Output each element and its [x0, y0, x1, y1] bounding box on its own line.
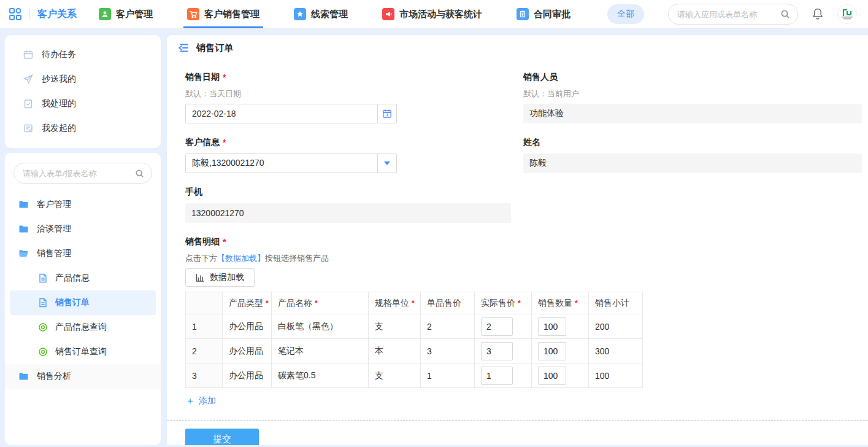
actual-price-input[interactable]	[481, 317, 513, 336]
col-unit: 规格单位 *	[369, 292, 421, 314]
folder-label: 客户管理	[37, 199, 71, 210]
workspace-title[interactable]: 客户关系	[37, 8, 77, 21]
quantity-input[interactable]	[538, 367, 566, 385]
tab-lead-management[interactable]: 线索管理	[294, 0, 348, 28]
table-row: 2 办公用品 笔记本 本 3 300	[186, 339, 643, 363]
sidebar-item-todo-tasks[interactable]: 待办任务	[5, 42, 161, 67]
field-sales-detail: 销售明细* 点击下方【数据加载】按钮选择销售产品 数据加载 产品类型 * 产品名…	[185, 236, 862, 406]
cell-quantity	[532, 314, 589, 339]
sidebar-item-cc-to-me[interactable]: 抄送我的	[5, 67, 161, 91]
hint-prefix: 点击下方	[185, 254, 217, 263]
sidebar-item-label: 抄送我的	[42, 74, 76, 85]
form-tree-card: 客户管理 洽谈管理 销售管理 产品信息 销售订单	[5, 153, 161, 445]
customer-select[interactable]: 陈毅,13200021270	[185, 154, 397, 173]
quantity-input[interactable]	[538, 317, 566, 336]
form-search[interactable]	[13, 163, 152, 184]
tab-label: 客户管理	[116, 9, 153, 20]
top-navbar: 客户关系 客户管理 客户销售管理 线索管理	[0, 0, 868, 29]
megaphone-app-icon	[382, 8, 394, 20]
sidebar: 待办任务 抄送我的 我处理的 我发起的	[0, 35, 167, 447]
required-mark: *	[266, 299, 269, 308]
form-item-label: 销售订单查询	[55, 346, 107, 357]
collapse-back-icon[interactable]	[178, 43, 189, 53]
tab-label: 线索管理	[311, 9, 348, 20]
quantity-input[interactable]	[538, 342, 566, 360]
page-body: 待办任务 抄送我的 我处理的 我发起的	[0, 29, 868, 447]
tab-contract-approval[interactable]: 合同审批	[517, 0, 570, 28]
field-hint: 默认：当天日期	[185, 88, 511, 99]
cell-unit: 本	[369, 339, 421, 363]
form-search-input[interactable]	[23, 169, 135, 178]
folder-sales-analysis[interactable]: 销售分析	[5, 364, 161, 389]
folder-customer-management[interactable]: 客户管理	[5, 192, 161, 217]
sale-date-input[interactable]	[192, 109, 377, 119]
data-load-button[interactable]: 数据加载	[185, 268, 255, 287]
date-picker-trigger[interactable]	[377, 104, 396, 123]
cell-quantity	[532, 363, 589, 388]
select-dropdown-trigger[interactable]	[377, 154, 396, 173]
cell-actual-price	[475, 339, 532, 363]
cell-product-name: 碳素笔0.5	[272, 363, 369, 388]
field-salesperson: 销售人员 默认：当前用户 功能体验	[523, 72, 862, 123]
form-item-product-info[interactable]: 产品信息	[5, 266, 161, 290]
date-input-wrap	[185, 104, 397, 123]
folder-icon	[18, 371, 28, 381]
all-apps-pill[interactable]: 全部	[607, 4, 644, 24]
cell-unit: 支	[369, 314, 421, 339]
submit-button[interactable]: 提交	[185, 429, 259, 445]
app-window: 客户关系 客户管理 客户销售管理 线索管理	[0, 0, 868, 447]
sidebar-item-handled-by-me[interactable]: 我处理的	[5, 91, 161, 116]
query-report-icon	[38, 322, 48, 332]
document-app-icon	[517, 8, 529, 20]
paper-plane-icon	[23, 74, 33, 84]
search-icon[interactable]	[780, 9, 790, 19]
required-mark: *	[518, 299, 521, 308]
required-mark: *	[575, 299, 578, 308]
cell-product-type: 办公用品	[223, 314, 272, 339]
company-logo-icon	[842, 9, 852, 17]
table-row: 1 办公用品 白板笔（黑色） 支 2 200	[186, 314, 643, 339]
add-detail-row-button[interactable]: ＋ 添加	[185, 395, 216, 406]
global-search-input[interactable]	[677, 10, 780, 19]
cell-subtotal: 300	[589, 339, 643, 363]
detail-hint: 点击下方【数据加载】按钮选择销售产品	[185, 253, 862, 264]
salesperson-value: 功能体验	[523, 104, 862, 123]
apps-grid-icon[interactable]	[9, 7, 22, 21]
col-unit-price: 单品售价	[421, 292, 475, 314]
app-tabs: 客户管理 客户销售管理 线索管理 市场活动与获客统计	[99, 0, 644, 28]
calendar-tasks-icon	[23, 50, 33, 60]
sidebar-item-started-by-me[interactable]: 我发起的	[5, 116, 161, 141]
page-title: 销售订单	[196, 42, 233, 54]
cell-product-name: 白板笔（黑色）	[272, 314, 369, 339]
tab-marketing-stats[interactable]: 市场活动与获客统计	[382, 0, 482, 28]
folder-sales-management[interactable]: 销售管理	[5, 241, 161, 266]
tab-label: 市场活动与获客统计	[399, 9, 482, 20]
form-footer: 提交	[167, 421, 868, 445]
search-icon[interactable]	[135, 169, 144, 178]
form-item-product-info-query[interactable]: 产品信息查询	[5, 315, 161, 340]
cell-actual-price	[475, 363, 532, 388]
tab-customer-management[interactable]: 客户管理	[99, 0, 153, 28]
tab-customer-sales-management[interactable]: 客户销售管理	[187, 0, 259, 28]
logo-caption	[841, 17, 853, 20]
field-customer-info: 客户信息* 陈毅,13200021270	[185, 137, 511, 173]
field-label: 销售明细	[185, 236, 220, 247]
row-index: 3	[186, 363, 223, 388]
sales-detail-table: 产品类型 * 产品名称 * 规格单位 * 单品售价 实际售价 * 销售数量 * …	[185, 292, 643, 388]
form-item-sales-order[interactable]: 销售订单	[10, 290, 156, 315]
chevron-down-icon	[384, 161, 390, 165]
col-product-name: 产品名称 *	[272, 292, 369, 314]
folder-label: 销售管理	[37, 248, 71, 259]
table-header-row: 产品类型 * 产品名称 * 规格单位 * 单品售价 实际售价 * 销售数量 * …	[186, 292, 643, 314]
global-search[interactable]	[668, 4, 798, 25]
actual-price-input[interactable]	[481, 367, 513, 385]
person-app-icon	[99, 8, 111, 20]
hint-load-link[interactable]: 【数据加载】	[217, 254, 265, 263]
cell-unit: 支	[369, 363, 421, 388]
form-item-sales-order-query[interactable]: 销售订单查询	[5, 340, 161, 364]
folder-negotiation-management[interactable]: 洽谈管理	[5, 217, 161, 241]
cell-unit-price: 1	[421, 363, 475, 388]
user-avatar[interactable]	[837, 4, 857, 24]
notification-bell-icon[interactable]	[812, 7, 824, 21]
actual-price-input[interactable]	[481, 342, 513, 360]
